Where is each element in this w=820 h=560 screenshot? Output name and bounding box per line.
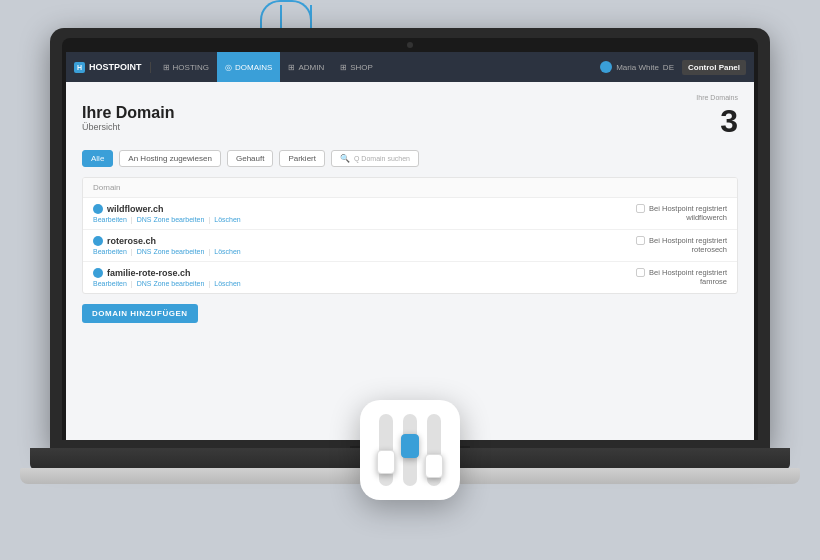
control-panel-label: Control Panel: [682, 60, 746, 75]
nav-hosting-label: HOSTING: [173, 63, 209, 72]
table-header: Domain: [83, 178, 737, 198]
domain-info-3: Bei Hostpoint registriert famrose: [636, 268, 727, 286]
knob-right: [425, 454, 443, 478]
domains-icon: ◎: [225, 63, 232, 72]
nav-bar: H HOSTPOINT ⊞ HOSTING ◎ DOMAINS ⊞: [66, 52, 754, 82]
camera: [407, 42, 413, 48]
domain-actions-2: Bearbeiten DNS Zone bearbeiten Löschen: [93, 248, 241, 255]
search-placeholder: Q Domain suchen: [354, 155, 410, 162]
domain-name-2: roterose.ch: [93, 236, 241, 246]
slider-right: [427, 414, 441, 486]
filter-assigned[interactable]: An Hosting zugewiesen: [119, 150, 221, 167]
action-dns-3[interactable]: DNS Zone bearbeiten: [131, 280, 205, 287]
table-row: familie-rote-rose.ch Bearbeiten DNS Zone…: [83, 262, 737, 293]
domain-actions-3: Bearbeiten DNS Zone bearbeiten Löschen: [93, 280, 241, 287]
globe-icon-3: [93, 268, 103, 278]
domain-registered-1: Bei Hostpoint registriert: [636, 204, 727, 213]
knob-middle: [401, 434, 419, 458]
nav-shop-label: SHOP: [350, 63, 373, 72]
nav-user: Maria White DE: [600, 61, 674, 73]
nav-domains[interactable]: ◎ DOMAINS: [217, 52, 280, 82]
laptop-body: H HOSTPOINT ⊞ HOSTING ◎ DOMAINS ⊞: [50, 28, 770, 448]
breadcrumb: Ihre Domains: [82, 94, 738, 101]
action-edit-2[interactable]: Bearbeiten: [93, 248, 127, 255]
action-delete-1[interactable]: Löschen: [208, 216, 240, 223]
domain-actions-1: Bearbeiten DNS Zone bearbeiten Löschen: [93, 216, 241, 223]
domain-table: Domain wildflower.ch Bearbeiten: [82, 177, 738, 294]
admin-icon: ⊞: [288, 63, 295, 72]
action-dns-1[interactable]: DNS Zone bearbeiten: [131, 216, 205, 223]
page-title: Ihre Domain: [82, 103, 174, 122]
user-name: Maria White: [616, 63, 659, 72]
filter-bar: Alle An Hosting zugewiesen Gehauft Parki…: [82, 150, 738, 167]
domain-registered-3: Bei Hostpoint registriert: [636, 268, 727, 277]
arrow-curve: [260, 0, 312, 28]
checkbox-2: [636, 236, 645, 245]
domain-name-1: wildflower.ch: [93, 204, 241, 214]
action-edit-1[interactable]: Bearbeiten: [93, 216, 127, 223]
nav-logo: H HOSTPOINT: [74, 62, 151, 73]
domain-alias-3: famrose: [636, 277, 727, 286]
page-title-group: Ihre Domain Übersicht: [82, 103, 174, 132]
table-row: roterose.ch Bearbeiten DNS Zone bearbeit…: [83, 230, 737, 262]
logo-box: H: [74, 62, 85, 73]
domain-info-1: Bei Hostpoint registriert wildflowerch: [636, 204, 727, 222]
slider-middle: [403, 414, 417, 486]
action-delete-2[interactable]: Löschen: [208, 248, 240, 255]
domain-registered-2: Bei Hostpoint registriert: [636, 236, 727, 245]
nav-shop[interactable]: ⊞ SHOP: [332, 52, 381, 82]
globe-icon-2: [93, 236, 103, 246]
arrow-left: [280, 5, 282, 30]
add-domain-button[interactable]: DOMAIN HINZUFÜGEN: [82, 304, 198, 323]
domain-name-3: familie-rote-rose.ch: [93, 268, 241, 278]
domain-left-1: wildflower.ch Bearbeiten DNS Zone bearbe…: [93, 204, 241, 223]
action-delete-3[interactable]: Löschen: [208, 280, 240, 287]
slider-left: [379, 414, 393, 486]
nav-admin[interactable]: ⊞ ADMIN: [280, 52, 332, 82]
action-edit-3[interactable]: Bearbeiten: [93, 280, 127, 287]
checkbox-1: [636, 204, 645, 213]
table-row: wildflower.ch Bearbeiten DNS Zone bearbe…: [83, 198, 737, 230]
domain-left-2: roterose.ch Bearbeiten DNS Zone bearbeit…: [93, 236, 241, 255]
nav-hosting[interactable]: ⊞ HOSTING: [155, 52, 217, 82]
domain-alias-2: roterosech: [636, 245, 727, 254]
domain-alias-1: wildflowerch: [636, 213, 727, 222]
mixer-icon: [360, 400, 460, 500]
shop-icon: ⊞: [340, 63, 347, 72]
user-avatar: [600, 61, 612, 73]
knob-left: [377, 450, 395, 474]
laptop-screen: H HOSTPOINT ⊞ HOSTING ◎ DOMAINS ⊞: [66, 52, 754, 440]
search-icon: 🔍: [340, 154, 350, 163]
domain-left-3: familie-rote-rose.ch Bearbeiten DNS Zone…: [93, 268, 241, 287]
nav-domains-label: DOMAINS: [235, 63, 272, 72]
arrow-right: [310, 5, 312, 30]
scene: H HOSTPOINT ⊞ HOSTING ◎ DOMAINS ⊞: [0, 0, 820, 560]
content-area: Ihre Domains Ihre Domain Übersicht 3 All…: [66, 82, 754, 440]
filter-parked[interactable]: Parkiert: [279, 150, 325, 167]
action-dns-2[interactable]: DNS Zone bearbeiten: [131, 248, 205, 255]
filter-bought[interactable]: Gehauft: [227, 150, 273, 167]
nav-admin-label: ADMIN: [298, 63, 324, 72]
filter-all[interactable]: Alle: [82, 150, 113, 167]
page-subtitle: Übersicht: [82, 122, 174, 132]
screen-bezel: H HOSTPOINT ⊞ HOSTING ◎ DOMAINS ⊞: [62, 38, 758, 440]
logo-text: HOSTPOINT: [89, 62, 142, 72]
domain-info-2: Bei Hostpoint registriert roterosech: [636, 236, 727, 254]
domain-search[interactable]: 🔍 Q Domain suchen: [331, 150, 419, 167]
domain-count: 3: [720, 103, 738, 140]
globe-icon-1: [93, 204, 103, 214]
page-header: Ihre Domain Übersicht 3: [82, 103, 738, 140]
checkbox-3: [636, 268, 645, 277]
user-lang: DE: [663, 63, 674, 72]
hosting-icon: ⊞: [163, 63, 170, 72]
